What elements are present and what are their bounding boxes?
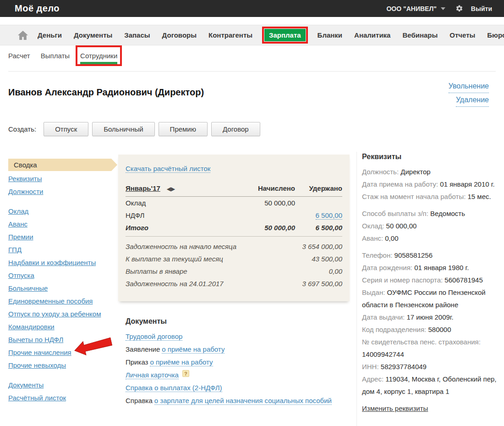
detail-advance: Аванс: 0,00	[362, 232, 498, 244]
home-icon[interactable]	[17, 30, 28, 40]
month-link[interactable]: Январь'17	[126, 184, 160, 192]
doc-spravka-2ndfl: Справка о выплатах (2-НДФЛ)	[126, 382, 348, 394]
detail-passport-issuer: Выдан: ОУФМС России по Пензенской област…	[362, 286, 498, 311]
nav-item-analitika[interactable]: Аналитика	[354, 31, 390, 39]
detail-experience: Стаж на момент начала работы: 15 мес.	[362, 190, 498, 203]
logout-link[interactable]: Выйти	[471, 5, 492, 12]
sidebar-item-oklad[interactable]: Оклад	[8, 205, 117, 218]
create-bonus-button[interactable]: Премию	[159, 122, 208, 136]
payslip-row-ndfl: НДФЛ 6 500,00	[126, 209, 342, 221]
topbar: Моё дело ООО "АНИВЕЛ" Выйти	[0, 0, 504, 17]
doc-link-trudovoy-dogovor[interactable]: Трудовой договор	[126, 332, 182, 341]
nav-item-zarplata-active[interactable]: Зарплата	[264, 29, 306, 41]
sidebar-item-prochie-nachisleniya[interactable]: Прочие начисления	[8, 346, 117, 359]
subnav-item-vyplaty[interactable]: Выплаты	[41, 52, 70, 60]
doc-trudovoy-dogovor: Трудовой договор	[126, 330, 348, 343]
nav-item-vebinary[interactable]: Вебинары	[402, 31, 438, 39]
payslip-table-header: Январь'17 ◀▶ Начислено Удержано	[126, 184, 342, 197]
column-header-accrued: Начислено	[242, 184, 295, 192]
company-selector[interactable]: ООО "АНИВЕЛ"	[386, 5, 436, 12]
prev-month-icon[interactable]: ◀	[167, 186, 171, 192]
sidebar-item-vychety-ndfl[interactable]: Вычеты по НДФЛ	[8, 333, 117, 346]
sidebar-item-prochie-nevyhody[interactable]: Прочие невыходы	[8, 359, 117, 372]
payslip-panel: Скачать расчётный листок Январь'17 ◀▶ На…	[118, 155, 350, 301]
doc-link-zayavlenie-priem[interactable]: о приёме на работу	[162, 345, 225, 354]
documents-heading: Документы	[126, 317, 348, 326]
ndfl-amount-link[interactable]: 6 500,00	[316, 211, 342, 220]
page: Моё дело ООО "АНИВЕЛ" Выйти Деньги Докум…	[0, 0, 504, 426]
detail-address: Адрес: 119034, Москва г, Оболенский пер,…	[362, 373, 498, 398]
nav-item-dogovory[interactable]: Договоры	[162, 31, 197, 39]
create-label: Создать:	[8, 125, 36, 133]
doc-link-spravka-2ndfl[interactable]: Справка о выплатах (2-НДФЛ)	[126, 384, 222, 392]
sidebar-item-dokumenty[interactable]: Документы	[8, 379, 117, 392]
subnav-item-raschet[interactable]: Расчет	[8, 52, 30, 60]
summary-row-to-pay: К выплате за текущий месяц43 500,00	[126, 253, 342, 265]
detail-hire-date: Дата приема на работу: 01 января 2010 г.	[362, 178, 498, 190]
sidebar-item-gpd[interactable]: ГПД	[8, 243, 117, 256]
create-contract-button[interactable]: Договор	[211, 122, 260, 136]
nav-item-byuro[interactable]: Бюро	[487, 31, 504, 39]
sub-nav: Расчет Выплаты Сотрудники	[8, 52, 117, 60]
dismiss-employee-link[interactable]: Увольнение	[449, 79, 489, 93]
nav-item-zapasy[interactable]: Запасы	[124, 31, 150, 39]
sidebar-item-nadbavki[interactable]: Надбавки и коэффициенты	[8, 256, 117, 269]
doc-prikaz: Приказо приёме на работу	[126, 356, 348, 369]
sidebar-item-rekvizity[interactable]: Реквизиты	[8, 172, 117, 185]
sidebar-item-dolzhnosti[interactable]: Должности	[8, 185, 117, 198]
summary-row-debt-date: Задолженность на 24.01.20173 697 500,00	[126, 277, 342, 290]
nav-item-dengi[interactable]: Деньги	[38, 31, 62, 39]
create-sickleave-button[interactable]: Больничный	[92, 122, 154, 136]
documents-section: Документы Трудовой договор Заявлениео пр…	[126, 317, 348, 407]
sidebar-item-posobiya[interactable]: Единовременные пособия	[8, 295, 117, 308]
detail-issue-date: Дата выдачи: 17 июня 2009г.	[362, 311, 498, 323]
doc-zayavlenie: Заявлениео приёме на работу	[126, 343, 348, 356]
sidebar-item-raschetny-listok[interactable]: Расчётный листок	[8, 392, 117, 404]
header-divider	[8, 71, 496, 72]
create-row: Создать: Отпуск Больничный Премию Догово…	[8, 122, 264, 136]
chevron-down-icon[interactable]	[441, 7, 445, 10]
sidebar-item-otpuska[interactable]: Отпуска	[8, 269, 117, 282]
edit-details-link[interactable]: Изменить реквизиты	[362, 404, 428, 412]
doc-lichnaya-kartochka: Личная карточка?	[126, 369, 348, 382]
delete-employee-link[interactable]: Удаление	[456, 93, 489, 107]
nav-item-otchety[interactable]: Отчеты	[449, 31, 475, 39]
detail-salary: Оклад: 50 000,00	[362, 220, 498, 232]
detail-birth-date: Дата рождения: 01 января 1980 г.	[362, 261, 498, 274]
payslip-separator	[126, 236, 342, 237]
detail-pension-number: № свидетельства пенс. страхования: 14009…	[362, 336, 498, 360]
sidebar-item-uhod-za-rebenkom[interactable]: Отпуск по уходу за ребенком	[8, 308, 117, 321]
nav-item-kontragenty[interactable]: Контрагенты	[208, 31, 252, 39]
subnav-item-sotrudniki-active[interactable]: Сотрудники	[80, 52, 117, 60]
download-payslip-link[interactable]: Скачать расчётный листок	[126, 165, 210, 173]
detail-inn: ИНН: 582937784049	[362, 360, 498, 373]
help-icon[interactable]: ?	[182, 370, 189, 377]
main-nav: Деньги Документы Запасы Договоры Контраг…	[0, 25, 504, 45]
column-header-withheld: Удержано	[295, 184, 342, 192]
sidebar-item-komandirovki[interactable]: Командировки	[8, 321, 117, 333]
create-vacation-button[interactable]: Отпуск	[44, 122, 88, 136]
detail-department-code: Код подразделения: 580000	[362, 323, 498, 336]
nav-item-blanki[interactable]: Бланки	[318, 31, 342, 39]
details-panel: Реквизиты Должность: Директор Дата прием…	[356, 152, 498, 426]
sidebar-item-svodka-active[interactable]: Сводка	[8, 159, 117, 171]
payslip-row-total: Итого 50 000,00 6 500,00	[126, 221, 342, 234]
sidebar-item-avans[interactable]: Аванс	[8, 218, 117, 231]
doc-link-lichnaya-kartochka[interactable]: Личная карточка	[126, 371, 179, 379]
app-logo[interactable]: Моё дело	[15, 3, 60, 14]
summary-row-debt-start: Задолженность на начало месяца3 654 000,…	[126, 240, 342, 253]
sidebar-item-premii[interactable]: Премии	[8, 231, 117, 243]
payslip-row-oklad: Оклад 50 000,00	[126, 197, 342, 209]
sidebar-item-bolnichnye[interactable]: Больничные	[8, 282, 117, 295]
sidebar: Сводка Реквизиты Должности Оклад Аванс П…	[8, 159, 117, 411]
nav-item-dokumenty[interactable]: Документы	[74, 31, 112, 39]
detail-position: Должность: Директор	[362, 166, 498, 178]
next-month-icon[interactable]: ▶	[171, 186, 175, 192]
page-actions: Увольнение Удаление	[449, 79, 489, 107]
detail-passport: Серия и номер паспорта: 5606781945	[362, 274, 498, 286]
doc-link-spravka-posobiya[interactable]: о зарплате для целей назначения социальн…	[154, 397, 332, 405]
gear-icon[interactable]	[455, 5, 463, 12]
detail-phone: Телефон: 9058581256	[362, 249, 498, 261]
detail-payment-method: Способ выплаты з/п: Ведомость	[362, 207, 498, 220]
doc-link-prikaz-priem[interactable]: о приёме на работу	[150, 358, 213, 366]
